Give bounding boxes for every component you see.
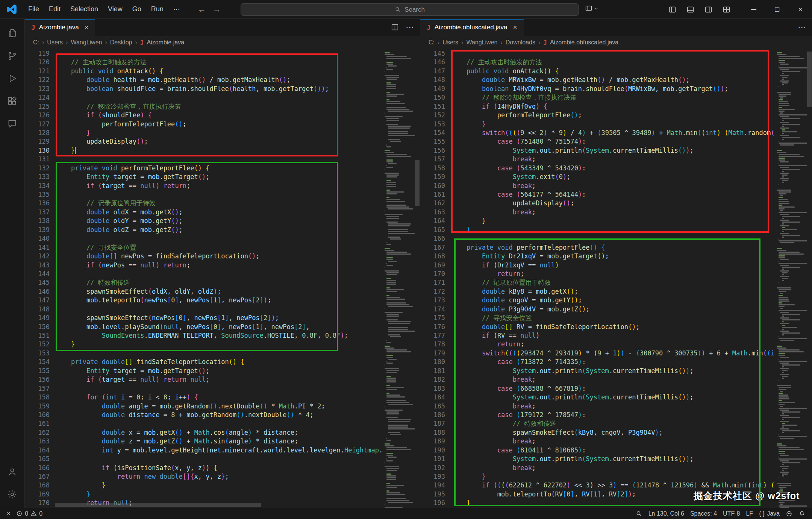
- code-line[interactable]: // 寻找安全位置: [56, 243, 382, 252]
- code-line[interactable]: if ((((622612 ^ 622702) << 3) >> 3) == (…: [451, 481, 774, 490]
- code-line[interactable]: Entity target = mob.getTarget();: [56, 367, 382, 375]
- tab-close-icon[interactable]: ×: [513, 23, 517, 32]
- horizontal-scrollbar-thumb[interactable]: [55, 503, 261, 507]
- code-line[interactable]: if (I4HyDNf0vq) {: [451, 102, 774, 111]
- left-gutter[interactable]: 1191201211221231241251261271281291301311…: [25, 49, 53, 508]
- right-gutter[interactable]: 1451461471481491501511521531541551561571…: [420, 49, 449, 508]
- line-number[interactable]: 150: [420, 93, 445, 102]
- breadcrumb-item[interactable]: WangLiwen: [466, 39, 497, 46]
- code-line[interactable]: }: [56, 481, 382, 490]
- code-line[interactable]: System.out.println(System.currentTimeMil…: [451, 367, 774, 375]
- code-line[interactable]: Entity Dr21xqV = mob.getTarget();: [451, 252, 774, 261]
- breadcrumb-item[interactable]: WangLiwen: [71, 39, 102, 46]
- split-editor-icon[interactable]: [391, 23, 399, 31]
- line-number[interactable]: 196: [420, 499, 445, 507]
- code-line[interactable]: }: [451, 217, 774, 225]
- line-number[interactable]: 164: [25, 446, 50, 455]
- right-editor[interactable]: 1451461471481491501511521531541551561571…: [420, 49, 812, 508]
- line-number[interactable]: 147: [420, 67, 445, 76]
- explorer-icon[interactable]: [0, 22, 25, 44]
- line-number[interactable]: 162: [420, 199, 445, 208]
- code-line[interactable]: double angle = mob.getRandom().nextDoubl…: [56, 402, 382, 411]
- customize-layout-icon[interactable]: [719, 3, 734, 16]
- line-number[interactable]: 144: [25, 270, 50, 278]
- search-box[interactable]: Search: [241, 3, 579, 16]
- tab-close-icon[interactable]: ×: [85, 23, 89, 32]
- line-number[interactable]: 122: [25, 76, 50, 84]
- line-number[interactable]: 126: [25, 111, 50, 120]
- code-line[interactable]: Entity target = mob.getTarget();: [56, 173, 382, 181]
- code-line[interactable]: performTeleportFlee();: [451, 111, 774, 120]
- line-number[interactable]: 169: [25, 490, 50, 499]
- line-number[interactable]: 176: [420, 323, 445, 331]
- code-line[interactable]: [56, 455, 382, 463]
- line-number[interactable]: 166: [420, 234, 445, 243]
- breadcrumb-item[interactable]: Users: [442, 39, 458, 46]
- code-line[interactable]: case (713872 ^ 714335):: [451, 358, 774, 366]
- line-number[interactable]: 141: [25, 243, 50, 252]
- code-line[interactable]: private void performTeleportFlee() {: [451, 243, 774, 252]
- extensions-icon[interactable]: [0, 90, 25, 112]
- toggle-sidebar-icon[interactable]: [665, 3, 680, 16]
- code-line[interactable]: double oldX = mob.getX();: [56, 208, 382, 217]
- code-line[interactable]: double[] newPos = findSafeTeleportLocati…: [56, 252, 382, 261]
- code-line[interactable]: [56, 93, 382, 102]
- code-line[interactable]: boolean shouldFlee = brain.shouldFlee(he…: [56, 85, 382, 93]
- line-number[interactable]: 123: [25, 85, 50, 93]
- line-number[interactable]: 152: [25, 340, 50, 349]
- code-line[interactable]: // 寻找安全位置: [451, 314, 774, 322]
- line-number[interactable]: 170: [420, 270, 445, 278]
- code-line[interactable]: private void performTeleportFlee() {: [56, 164, 382, 173]
- breadcrumb-file[interactable]: Aizombie.java: [147, 39, 184, 46]
- line-number[interactable]: 130: [25, 146, 50, 155]
- line-number[interactable]: 158: [25, 393, 50, 402]
- left-minimap[interactable]: [382, 49, 415, 508]
- code-line[interactable]: spawnSmokeEffect(kBy8, cngoV, P3g9O4V);: [451, 428, 774, 437]
- code-line[interactable]: case (179172 ^ 178547):: [451, 411, 774, 419]
- code-line[interactable]: // 主动攻击时触发的方法: [451, 58, 774, 67]
- code-line[interactable]: spawnSmokeEffect(oldX, oldY, oldZ);: [56, 287, 382, 296]
- line-number[interactable]: 154: [25, 358, 50, 366]
- code-line[interactable]: if (target == null) return null;: [56, 375, 382, 384]
- code-line[interactable]: case (751480 ^ 751574):: [451, 137, 774, 146]
- line-number[interactable]: 158: [420, 164, 445, 173]
- code-line[interactable]: System.exit(0);: [451, 173, 774, 181]
- code-line[interactable]: case (668588 ^ 667819):: [451, 384, 774, 393]
- left-scrollbar[interactable]: [415, 49, 420, 508]
- line-number[interactable]: 185: [420, 402, 445, 411]
- line-number[interactable]: 145: [420, 49, 445, 58]
- code-line[interactable]: break;: [451, 182, 774, 190]
- code-line[interactable]: case (810411 ^ 810685):: [451, 446, 774, 455]
- maximize-button[interactable]: □: [765, 0, 789, 19]
- line-number[interactable]: 178: [420, 340, 445, 349]
- code-line[interactable]: case (564177 ^ 564144):: [451, 190, 774, 199]
- line-number[interactable]: 188: [420, 428, 445, 437]
- line-number[interactable]: 155: [25, 367, 50, 375]
- code-line[interactable]: break;: [451, 375, 774, 384]
- code-line[interactable]: [56, 349, 382, 358]
- line-number[interactable]: 121: [25, 67, 50, 76]
- code-line[interactable]: double x = mob.getX() + Math.cos(angle) …: [56, 428, 382, 437]
- editor-more-actions-icon[interactable]: ⋯: [798, 23, 806, 32]
- source-control-icon[interactable]: [0, 44, 25, 67]
- line-number[interactable]: 160: [25, 411, 50, 419]
- code-line[interactable]: boolean I4HyDNf0vq = brain.shouldFlee(MR…: [451, 85, 774, 93]
- line-number[interactable]: 168: [25, 481, 50, 490]
- toggle-secondary-sidebar-icon[interactable]: [701, 3, 716, 16]
- code-line[interactable]: SoundEvents.ENDERMAN_TELEPORT, SoundSour…: [56, 331, 382, 340]
- code-line[interactable]: double distance = 8 + mob.getRandom().ne…: [56, 411, 382, 419]
- line-number[interactable]: 165: [25, 455, 50, 463]
- code-line[interactable]: [451, 234, 774, 243]
- code-line[interactable]: [56, 305, 382, 314]
- line-number[interactable]: 147: [25, 296, 50, 305]
- line-number[interactable]: 132: [25, 164, 50, 173]
- line-number[interactable]: 154: [420, 129, 445, 137]
- line-number[interactable]: 195: [420, 490, 445, 499]
- menu-overflow[interactable]: ⋯: [168, 3, 185, 16]
- line-number[interactable]: 175: [420, 314, 445, 322]
- code-line[interactable]: System.out.println(System.currentTimeMil…: [451, 146, 774, 155]
- line-number[interactable]: 119: [25, 49, 50, 58]
- line-number[interactable]: 152: [420, 111, 445, 120]
- code-line[interactable]: double oldZ = mob.getZ();: [56, 226, 382, 234]
- line-number[interactable]: 139: [25, 226, 50, 234]
